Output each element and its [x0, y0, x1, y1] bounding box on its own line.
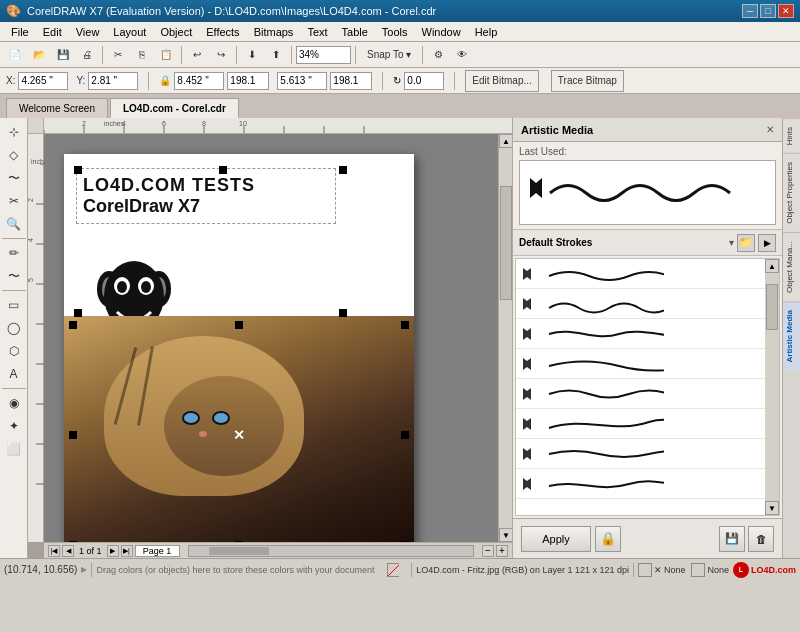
text-object[interactable]: LO4D.COM TESTS CorelDraw X7: [76, 168, 336, 224]
menu-window[interactable]: Window: [415, 24, 468, 40]
x-input[interactable]: [18, 72, 68, 90]
list-scroll-down[interactable]: ▼: [765, 501, 779, 515]
panel-close-button[interactable]: ✕: [766, 124, 774, 135]
menu-tools[interactable]: Tools: [375, 24, 415, 40]
strokes-nav-right[interactable]: ▶: [758, 234, 776, 252]
zoom-out-button[interactable]: −: [482, 545, 494, 557]
cut-button[interactable]: ✂: [107, 44, 129, 66]
first-page-button[interactable]: |◀: [48, 545, 60, 557]
minimize-button[interactable]: ─: [742, 4, 758, 18]
save-strokes-button[interactable]: 💾: [719, 526, 745, 552]
list-scroll-up[interactable]: ▲: [765, 259, 779, 273]
menu-object[interactable]: Object: [153, 24, 199, 40]
w-pos-input[interactable]: [227, 72, 269, 90]
zoom-tool[interactable]: 🔍: [2, 213, 26, 235]
artistic-media-tool[interactable]: 〜: [2, 265, 26, 287]
open-button[interactable]: 📂: [28, 44, 50, 66]
view-mode-button[interactable]: ⚙: [427, 44, 449, 66]
side-tabs-panel: Hints Object Properties Object Mana... A…: [782, 118, 800, 558]
new-button[interactable]: 📄: [4, 44, 26, 66]
maximize-button[interactable]: □: [760, 4, 776, 18]
stroke-item[interactable]: [516, 259, 765, 289]
menu-effects[interactable]: Effects: [199, 24, 246, 40]
crop-tool[interactable]: ✂: [2, 190, 26, 212]
delete-strokes-button[interactable]: 🗑: [748, 526, 774, 552]
last-page-button[interactable]: ▶|: [121, 545, 133, 557]
rectangle-tool[interactable]: ▭: [2, 294, 26, 316]
stroke-item[interactable]: [516, 469, 765, 499]
menu-view[interactable]: View: [69, 24, 107, 40]
angle-input[interactable]: [404, 72, 444, 90]
print-button[interactable]: 🖨: [76, 44, 98, 66]
prev-page-button[interactable]: ◀: [62, 545, 74, 557]
interactive-fill-tool[interactable]: ⬜: [2, 438, 26, 460]
close-button[interactable]: ✕: [778, 4, 794, 18]
scroll-thumb[interactable]: [500, 186, 512, 300]
menu-text[interactable]: Text: [300, 24, 334, 40]
side-tab-object-properties[interactable]: Object Properties: [783, 153, 800, 232]
next-page-button[interactable]: ▶: [107, 545, 119, 557]
view2-button[interactable]: 👁: [451, 44, 473, 66]
tab-welcome[interactable]: Welcome Screen: [6, 98, 108, 118]
menu-layout[interactable]: Layout: [106, 24, 153, 40]
ellipse-tool[interactable]: ◯: [2, 317, 26, 339]
trace-bitmap-button[interactable]: Trace Bitmap: [551, 70, 624, 92]
side-tab-hints[interactable]: Hints: [783, 118, 800, 153]
zoom-in-button[interactable]: +: [496, 545, 508, 557]
menu-file[interactable]: File: [4, 24, 36, 40]
strokes-dropdown-icon[interactable]: ▾: [729, 237, 734, 248]
menu-edit[interactable]: Edit: [36, 24, 69, 40]
apply-button[interactable]: Apply: [521, 526, 591, 552]
y-input[interactable]: [88, 72, 138, 90]
stroke-item[interactable]: [516, 349, 765, 379]
h-scroll-track[interactable]: [188, 545, 474, 557]
undo-button[interactable]: ↩: [186, 44, 208, 66]
smear-tool[interactable]: 〜: [2, 167, 26, 189]
selection-handle-tr: [401, 321, 409, 329]
menu-help[interactable]: Help: [468, 24, 505, 40]
stroke-item[interactable]: [516, 409, 765, 439]
side-tab-object-manager[interactable]: Object Mana...: [783, 232, 800, 301]
zoom-input[interactable]: [296, 46, 351, 64]
h-pos-input[interactable]: [330, 72, 372, 90]
import-button[interactable]: ⬇: [241, 44, 263, 66]
strokes-folder-button[interactable]: 📁: [737, 234, 755, 252]
width-input[interactable]: [174, 72, 224, 90]
polygon-tool[interactable]: ⬡: [2, 340, 26, 362]
eyedropper-tool[interactable]: ✦: [2, 415, 26, 437]
stroke-item[interactable]: [516, 319, 765, 349]
select-tool[interactable]: ⊹: [2, 121, 26, 143]
h-scroll-thumb[interactable]: [209, 547, 269, 555]
menu-bitmaps[interactable]: Bitmaps: [247, 24, 301, 40]
redo-button[interactable]: ↪: [210, 44, 232, 66]
stroke-color-indicator[interactable]: [638, 563, 652, 577]
menu-table[interactable]: Table: [335, 24, 375, 40]
fill-tool[interactable]: ◉: [2, 392, 26, 414]
lock-button[interactable]: 🔒: [595, 526, 621, 552]
stroke-item[interactable]: [516, 439, 765, 469]
snap-to-button[interactable]: Snap To ▾: [360, 44, 418, 66]
canvas-workspace[interactable]: LO4D.COM TESTS CorelDraw X7: [44, 134, 498, 542]
scroll-down-button[interactable]: ▼: [499, 528, 512, 542]
drawing-page: LO4D.COM TESTS CorelDraw X7: [64, 154, 414, 542]
no-color-swatch[interactable]: [387, 563, 400, 577]
stroke-item[interactable]: [516, 289, 765, 319]
bow-icon-6: [522, 414, 538, 434]
list-scroll-thumb[interactable]: [766, 284, 778, 330]
shape-tool[interactable]: ◇: [2, 144, 26, 166]
toolbox: ⊹ ◇ 〜 ✂ 🔍 ✏ 〜 ▭ ◯ ⬡ A ◉ ✦ ⬜: [0, 118, 28, 558]
side-tab-artistic-media[interactable]: Artistic Media: [783, 301, 800, 370]
fill-color-indicator[interactable]: [691, 563, 705, 577]
save-button[interactable]: 💾: [52, 44, 74, 66]
height-input[interactable]: [277, 72, 327, 90]
export-button[interactable]: ⬆: [265, 44, 287, 66]
scroll-up-button[interactable]: ▲: [499, 134, 512, 148]
paste-button[interactable]: 📋: [155, 44, 177, 66]
tab-document[interactable]: LO4D.com - Corel.cdr: [110, 98, 239, 118]
cat-image-object[interactable]: ✕: [64, 316, 414, 542]
text-tool[interactable]: A: [2, 363, 26, 385]
edit-bitmap-button[interactable]: Edit Bitmap...: [465, 70, 538, 92]
copy-button[interactable]: ⎘: [131, 44, 153, 66]
stroke-item[interactable]: [516, 379, 765, 409]
freehand-tool[interactable]: ✏: [2, 242, 26, 264]
